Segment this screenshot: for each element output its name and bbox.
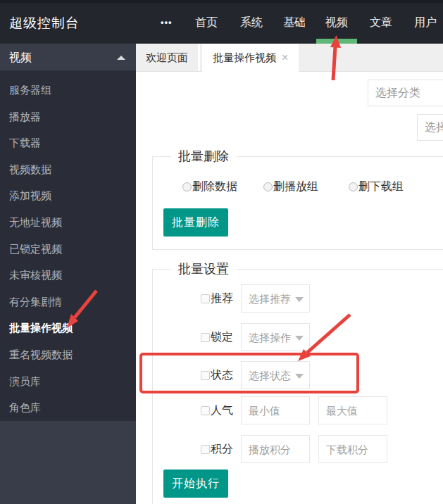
- batch-delete-section: 批量删除 删除数据 删播放组 删下载组 批量删除: [152, 156, 443, 250]
- sidebar-group-video[interactable]: 视频: [0, 44, 136, 70]
- caret-up-icon: [117, 56, 125, 60]
- play-points-input[interactable]: [241, 435, 310, 463]
- radio-label: 删播放组: [273, 179, 318, 194]
- sidebar-item-batch-operate-video[interactable]: 批量操作视频: [0, 315, 136, 341]
- row-popularity: 人气: [201, 396, 387, 424]
- sidebar-item-server-group[interactable]: 服务器组: [0, 77, 136, 103]
- topbar: 超级控制台 ••• 首页 系统 基础 视频 文章 用户: [0, 0, 443, 44]
- max-value-input[interactable]: [318, 396, 387, 424]
- sidebar: 视频 服务器组 播放器 下载器 视频数据 添加视频 无地址视频 已锁定视频 未审…: [0, 44, 136, 504]
- caret-down-icon: [295, 336, 304, 341]
- topnav-item-video[interactable]: 视频: [325, 0, 348, 44]
- batch-set-section: 批量设置 推荐 选择推荐 锁定 选择操作 状态 选择状态: [152, 269, 443, 504]
- topnav-item-system[interactable]: 系统: [240, 0, 263, 44]
- row-label: 锁定: [211, 330, 233, 345]
- sidebar-item-episode-plot[interactable]: 有分集剧情: [0, 289, 136, 315]
- more-menu-icon[interactable]: •••: [161, 0, 173, 44]
- batch-delete-button[interactable]: 批量删除: [163, 208, 228, 237]
- row-status: 状态 选择状态: [201, 361, 310, 389]
- top-edge-strip: [0, 0, 443, 4]
- row-recommend: 推荐 选择推荐: [201, 284, 310, 313]
- row-label: 人气: [211, 403, 233, 418]
- row-points: 积分: [201, 435, 387, 463]
- sidebar-item-actor-library[interactable]: 演员库: [0, 368, 136, 395]
- sidebar-item-unreviewed-video[interactable]: 未审核视频: [0, 262, 136, 289]
- brand-title: 超级控制台: [9, 0, 80, 44]
- download-points-input[interactable]: [318, 435, 387, 463]
- select-placeholder: 选择操作: [249, 332, 291, 344]
- status-checkbox[interactable]: [201, 371, 210, 380]
- recommend-select[interactable]: 选择推荐: [241, 284, 310, 313]
- popularity-checkbox[interactable]: [201, 406, 210, 415]
- tabbar: 欢迎页面 批量操作视频×: [136, 44, 443, 72]
- tab-welcome[interactable]: 欢迎页面: [136, 44, 200, 71]
- tab-label: 批量操作视频: [213, 51, 276, 63]
- sidebar-item-add-video[interactable]: 添加视频: [0, 182, 136, 209]
- sidebar-item-downloader[interactable]: 下载器: [0, 130, 136, 156]
- batch-set-title: 批量设置: [171, 261, 236, 277]
- category-select-input[interactable]: [368, 80, 443, 106]
- row-label: 状态: [211, 368, 233, 383]
- topnav-item-home[interactable]: 首页: [195, 0, 218, 44]
- points-checkbox[interactable]: [201, 445, 210, 454]
- sidebar-item-duplicate-video-data[interactable]: 重名视频数据: [0, 341, 136, 368]
- sidebar-item-player[interactable]: 播放器: [0, 103, 136, 130]
- radio-icon[interactable]: [263, 182, 273, 191]
- batch-delete-radio-row: 删除数据 删播放组 删下载组: [182, 179, 404, 194]
- sidebar-item-video-data[interactable]: 视频数据: [0, 156, 136, 183]
- status-select[interactable]: 选择状态: [241, 361, 310, 389]
- caret-down-icon: [295, 374, 304, 379]
- radio-label: 删下载组: [358, 179, 404, 194]
- row-label: 积分: [211, 442, 233, 457]
- topnav-item-user[interactable]: 用户: [414, 0, 437, 44]
- topnav-item-basic[interactable]: 基础: [283, 0, 306, 44]
- start-execute-button[interactable]: 开始执行: [163, 470, 228, 498]
- radio-delete-data[interactable]: 删除数据: [182, 179, 237, 194]
- row-lock: 锁定 选择操作: [201, 323, 310, 351]
- secondary-select-input[interactable]: [417, 114, 443, 141]
- sidebar-item-locked-video[interactable]: 已锁定视频: [0, 236, 136, 263]
- radio-label: 删除数据: [192, 179, 237, 194]
- radio-delete-download-group[interactable]: 删下载组: [349, 179, 404, 194]
- topnav-item-article[interactable]: 文章: [370, 0, 392, 44]
- close-icon[interactable]: ×: [282, 44, 288, 72]
- radio-icon[interactable]: [349, 182, 358, 191]
- lock-select[interactable]: 选择操作: [241, 323, 310, 351]
- radio-delete-play-group[interactable]: 删播放组: [263, 179, 318, 194]
- caret-down-icon: [295, 297, 304, 302]
- sidebar-submenu: 服务器组 播放器 下载器 视频数据 添加视频 无地址视频 已锁定视频 未审核视频…: [0, 70, 136, 421]
- sidebar-item-role-library[interactable]: 角色库: [0, 394, 136, 421]
- recommend-checkbox[interactable]: [201, 294, 210, 303]
- lock-checkbox[interactable]: [201, 333, 210, 342]
- admin-console-page: 超级控制台 ••• 首页 系统 基础 视频 文章 用户 视频 服务器组 播放器 …: [0, 0, 443, 504]
- sidebar-group-label: 视频: [9, 51, 32, 63]
- active-nav-underline: [316, 39, 357, 44]
- row-label: 推荐: [211, 291, 233, 306]
- select-placeholder: 选择状态: [249, 370, 291, 382]
- radio-icon[interactable]: [182, 182, 192, 191]
- sidebar-item-no-address-video[interactable]: 无地址视频: [0, 209, 136, 236]
- tab-batch-operate-video[interactable]: 批量操作视频×: [202, 44, 299, 73]
- min-value-input[interactable]: [241, 396, 310, 424]
- batch-delete-title: 批量删除: [171, 149, 236, 164]
- select-placeholder: 选择推荐: [249, 293, 291, 305]
